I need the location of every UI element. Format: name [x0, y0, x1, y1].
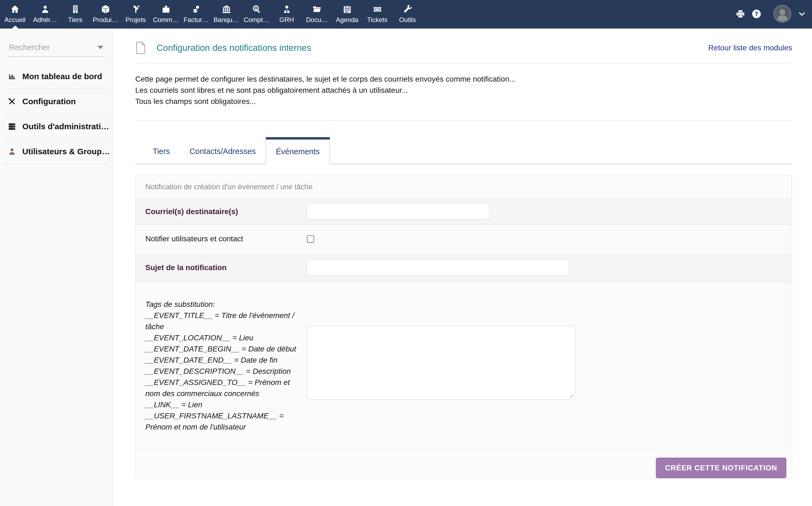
description-line: Cette page permet de configurer les dest…	[135, 73, 792, 85]
folder-icon	[312, 4, 322, 14]
nav-label: Docu…	[306, 16, 328, 24]
notify-label: Notifier utilisateurs et contact	[136, 225, 307, 253]
coins-icon	[191, 4, 201, 14]
nav-item-outils[interactable]: Outils	[392, 0, 423, 28]
nav-item-accueil[interactable]: Accueil	[0, 0, 30, 28]
server-icon	[8, 122, 16, 131]
user-icon	[8, 147, 16, 156]
building-icon	[71, 4, 80, 14]
search-input[interactable]	[7, 41, 105, 57]
tools-icon	[8, 97, 16, 106]
tag-line: __EVENT_DATE_BEGIN__ = Date de début	[145, 343, 307, 354]
nav-label: Compt…	[244, 16, 269, 24]
nav-item-tickets[interactable]: Tickets	[362, 0, 392, 28]
help-icon[interactable]: ?	[752, 9, 761, 20]
nav-item-facturation[interactable]: Factur…	[181, 0, 211, 28]
top-navbar: Accueil Adhér… Tiers Produi…	[0, 0, 812, 28]
search-dollar-icon: $	[252, 4, 261, 14]
resize-handle[interactable]	[569, 394, 573, 398]
tag-line: __EVENT_TITLE__ = Titre de l'événement /…	[145, 310, 307, 332]
page-title: Configuration des notifications internes	[156, 43, 311, 53]
recipients-label: Courriel(s) destinataire(s)	[136, 199, 307, 224]
sidebar-item-configuration[interactable]: Configuration	[0, 89, 113, 114]
nav-label: Produi…	[93, 16, 118, 24]
row-body: Tags de substitution: __EVENT_TITLE__ = …	[136, 282, 792, 450]
nav-label: Adhér…	[33, 16, 57, 24]
printer-icon[interactable]	[736, 9, 745, 20]
subject-label: Sujet de la notification	[136, 253, 307, 282]
nav-label: GRH	[279, 16, 294, 24]
sidebar-menu: Mon tableau de bord Configuration Outils…	[0, 64, 113, 164]
tag-line: __EVENT_LOCATION__ = Lieu	[145, 332, 307, 343]
nav-label: Banqu…	[214, 16, 239, 24]
sidebar-item-dashboard[interactable]: Mon tableau de bord	[0, 64, 113, 89]
nav-label: Projets	[126, 16, 146, 24]
bank-icon	[222, 4, 231, 14]
chevron-down-icon[interactable]	[798, 10, 806, 19]
cube-icon	[101, 4, 110, 14]
nav-item-comptabilite[interactable]: $ Compt…	[241, 0, 271, 28]
subject-input[interactable]	[307, 260, 569, 275]
nav-label: Outils	[399, 16, 416, 24]
notification-config-panel: Notification de création d'un événement …	[135, 175, 792, 479]
recipients-input[interactable]	[307, 204, 489, 219]
application-window: Accueil Adhér… Tiers Produi…	[0, 0, 812, 506]
nav-item-projets[interactable]: Projets	[120, 0, 151, 28]
nav-item-tiers[interactable]: Tiers	[60, 0, 90, 28]
search-dropdown-caret[interactable]	[97, 46, 103, 49]
nav-label: Comm…	[153, 16, 179, 24]
nav-item-documents[interactable]: Docu…	[302, 0, 332, 28]
home-icon	[10, 4, 20, 14]
document-icon	[135, 41, 146, 55]
notify-checkbox[interactable]	[307, 235, 314, 243]
nav-item-produits[interactable]: Produi…	[90, 0, 120, 28]
tag-line: Tags de substitution:	[145, 299, 307, 310]
nav-item-adherents[interactable]: Adhér…	[30, 0, 60, 28]
sidebar-search	[7, 41, 105, 57]
nav-item-commerce[interactable]: Comm…	[151, 0, 181, 28]
tag-line: __USER_FIRSTNAME_LASTNAME__ = Prénom et …	[145, 410, 307, 433]
panel-header: Notification de création d'un événement …	[136, 175, 792, 199]
tab-contacts-adresses[interactable]: Contacts/Adresses	[180, 139, 265, 164]
row-notify: Notifier utilisateurs et contact	[136, 225, 792, 253]
left-sidebar: Mon tableau de bord Configuration Outils…	[0, 28, 113, 506]
person-tie-icon	[282, 4, 292, 14]
back-to-modules-link[interactable]: Retour liste des modules	[708, 44, 792, 52]
nav-label: Agenda	[336, 16, 358, 24]
create-notification-button[interactable]: CRÉER CETTE NOTIFICATION	[656, 457, 787, 478]
tab-tiers[interactable]: Tiers	[143, 139, 180, 164]
member-icon	[40, 4, 50, 14]
tag-line: __LINK__ = Lien	[145, 399, 307, 410]
tab-evenements[interactable]: Événements	[265, 137, 330, 164]
nav-item-banques[interactable]: Banqu…	[211, 0, 241, 28]
row-subject: Sujet de la notification	[136, 253, 792, 282]
nav-label: Factur…	[183, 16, 209, 24]
calendar-icon	[342, 4, 352, 14]
description-line: Les courriels sont libres et ne sont pas…	[135, 85, 792, 96]
svg-text:?: ?	[755, 10, 758, 17]
body-textarea[interactable]	[307, 326, 575, 400]
main-content: Configuration des notifications internes…	[113, 28, 812, 506]
description-line: Tous les champs sont obligatoires...	[135, 96, 792, 107]
tag-line: __EVENT_ASSIGNED_TO__ = Prénom et nom de…	[145, 377, 307, 399]
substitution-tags-list: Tags de substitution: __EVENT_TITLE__ = …	[136, 282, 307, 433]
tab-bar: Tiers Contacts/Adresses Événements	[135, 137, 792, 164]
ticket-icon	[373, 4, 382, 14]
sidebar-item-label: Configuration	[22, 97, 76, 106]
wrench-icon	[403, 4, 413, 14]
divider	[135, 120, 792, 120]
sidebar-item-admin-tools[interactable]: Outils d'administrati…	[0, 114, 113, 139]
sidebar-item-users-groups[interactable]: Utilisateurs & Group…	[0, 139, 113, 164]
active-menu-pointer	[12, 25, 18, 28]
project-icon	[131, 4, 141, 14]
briefcase-icon	[161, 4, 171, 14]
sidebar-item-label: Utilisateurs & Group…	[22, 147, 110, 156]
nav-item-agenda[interactable]: Agenda	[332, 0, 362, 28]
tag-line: __EVENT_DESCRIPTION__ = Description	[145, 366, 307, 377]
divider	[4, 164, 109, 164]
user-avatar[interactable]	[774, 5, 791, 24]
row-recipients: Courriel(s) destinataire(s)	[136, 199, 792, 225]
nav-label: Tickets	[367, 16, 388, 24]
page-description: Cette page permet de configurer les dest…	[135, 73, 792, 107]
nav-item-grh[interactable]: GRH	[271, 0, 302, 28]
